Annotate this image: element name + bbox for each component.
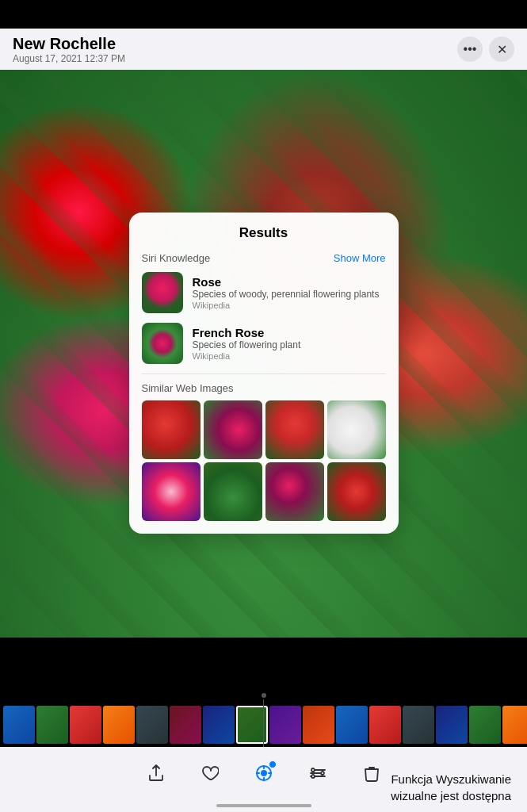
film-thumb-11[interactable] [336, 706, 368, 744]
status-time: 9:41 AM [13, 9, 53, 21]
more-button[interactable]: ••• [457, 36, 483, 62]
status-dot-2 [263, 13, 266, 16]
filter-icon [307, 762, 329, 784]
heart-icon [199, 762, 221, 784]
tooltip-vertical-line [263, 699, 265, 747]
film-thumb-15[interactable] [469, 706, 501, 744]
section-divider [142, 373, 386, 374]
battery-text: 100% [490, 9, 514, 20]
rose-name: Rose [193, 275, 380, 289]
visual-search-button[interactable] [253, 762, 275, 784]
status-center [258, 13, 272, 16]
delete-button[interactable] [361, 762, 383, 784]
like-button[interactable] [199, 762, 221, 784]
film-thumb-10[interactable] [303, 706, 334, 744]
rose-desc: Species of woody, perennial flowering pl… [193, 289, 380, 301]
tooltip-dot [262, 693, 266, 698]
wifi-icon: ▲ [476, 9, 486, 20]
similar-image-5[interactable] [142, 462, 200, 521]
similar-image-7[interactable] [265, 462, 324, 521]
film-thumb-9[interactable] [269, 706, 301, 744]
film-thumb-2[interactable] [36, 706, 68, 744]
similar-image-2[interactable] [204, 400, 262, 459]
similar-image-3[interactable] [265, 400, 324, 459]
similar-image-8[interactable] [327, 462, 386, 521]
film-thumb-16[interactable] [502, 706, 527, 744]
close-button[interactable]: ✕ [489, 36, 514, 62]
results-title: Results [142, 225, 386, 241]
title-block: New Rochelle August 17, 2021 12:37 PM [13, 34, 125, 64]
show-more-button[interactable]: Show More [334, 252, 386, 264]
status-bar: 9:41 AM ▲ 100% [0, 0, 527, 29]
french-rose-source: Wikipedia [193, 351, 301, 361]
similar-images-grid [142, 400, 386, 521]
french-rose-desc: Species of flowering plant [193, 339, 301, 352]
french-rose-info: French Rose Species of flowering plant W… [193, 326, 301, 362]
svg-point-1 [261, 770, 267, 776]
film-thumb-14[interactable] [436, 706, 468, 744]
tooltip-label-box: Funkcja Wyszukiwanie wizualne jest dostę… [391, 771, 511, 804]
rose-source: Wikipedia [193, 301, 380, 310]
rose-info: Rose Species of woody, perennial floweri… [193, 275, 380, 311]
photo-date: August 17, 2021 12:37 PM [13, 53, 125, 64]
top-actions: ••• ✕ [457, 36, 514, 62]
french-rose-thumbnail [142, 323, 183, 364]
visual-search-icon [253, 762, 275, 784]
french-rose-item[interactable]: French Rose Species of flowering plant W… [142, 323, 386, 364]
similar-images-label: Similar Web Images [142, 382, 386, 394]
film-thumb-13[interactable] [403, 706, 434, 744]
similar-image-6[interactable] [204, 462, 262, 521]
photo-area: Results Siri Knowledge Show More Rose Sp… [0, 70, 527, 638]
siri-knowledge-header: Siri Knowledge Show More [142, 252, 386, 264]
status-dot-1 [258, 13, 261, 16]
film-thumb-7[interactable] [203, 706, 235, 744]
film-thumb-6[interactable] [170, 706, 201, 744]
siri-knowledge-label: Siri Knowledge [142, 252, 211, 264]
rose-item[interactable]: Rose Species of woody, perennial floweri… [142, 272, 386, 313]
home-indicator [216, 804, 311, 807]
similar-image-4[interactable] [327, 400, 386, 459]
film-thumb-3[interactable] [70, 706, 101, 744]
share-icon [145, 762, 167, 784]
trash-icon [361, 762, 383, 784]
tooltip-pointer [262, 693, 266, 747]
rose-thumbnail [142, 272, 183, 313]
results-card: Results Siri Knowledge Show More Rose Sp… [129, 213, 399, 534]
tooltip-line-2: wizualne jest dostępna [391, 789, 511, 802]
photo-location: New Rochelle [13, 34, 125, 53]
film-thumb-5[interactable] [136, 706, 168, 744]
top-bar: New Rochelle August 17, 2021 12:37 PM ••… [0, 29, 527, 70]
film-thumb-4[interactable] [103, 706, 135, 744]
similar-image-1[interactable] [142, 400, 200, 459]
film-thumb-1[interactable] [3, 706, 35, 744]
filter-button[interactable] [307, 762, 329, 784]
tooltip-line-1: Funkcja Wyszukiwanie [391, 772, 511, 786]
share-button[interactable] [145, 762, 167, 784]
tooltip-text: Funkcja Wyszukiwanie wizualne jest dostę… [391, 771, 511, 804]
photo-background: Results Siri Knowledge Show More Rose Sp… [0, 70, 527, 638]
status-dot-3 [269, 13, 272, 16]
film-thumb-12[interactable] [369, 706, 401, 744]
french-rose-name: French Rose [193, 326, 301, 339]
status-right: ▲ 100% [476, 9, 514, 20]
